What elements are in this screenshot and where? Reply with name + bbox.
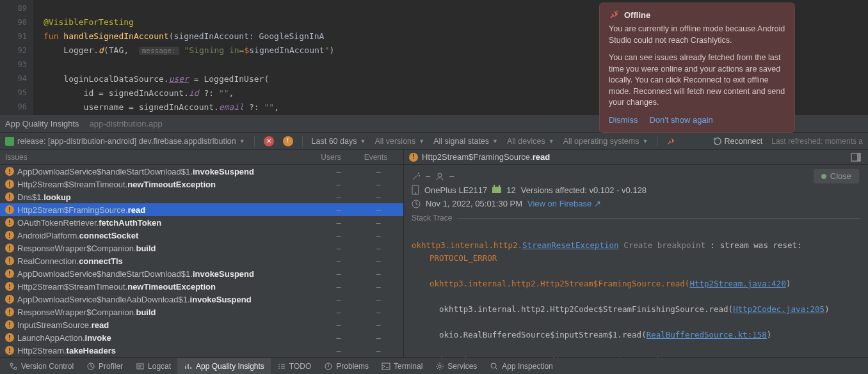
nonfatal-filter-toggle[interactable]: ! xyxy=(283,136,293,146)
offline-body-1: You are currently in offline mode becaus… xyxy=(609,24,785,46)
fatal-filter-toggle[interactable]: ✕ xyxy=(264,136,274,146)
issue-name: Http2Stream$StreamTimeout.newTimeoutExce… xyxy=(17,282,319,292)
status-dot-icon xyxy=(821,174,826,179)
signal-filter[interactable]: All signal states▼ xyxy=(433,137,498,146)
bottom-tab-app-inspection[interactable]: App Inspection xyxy=(483,358,559,374)
module-picker[interactable]: release: [app-distribution-android] dev.… xyxy=(5,137,245,146)
issue-events: – xyxy=(358,192,398,202)
issue-row[interactable]: !AndroidPlatform.connectSocket–– xyxy=(0,229,403,242)
stack-trace-label: Stack Trace xyxy=(412,214,452,222)
device-icon xyxy=(412,185,419,195)
issue-row[interactable]: !OAuthTokenRetriever.fetchAuthToken–– xyxy=(0,216,403,229)
filter-bar: release: [app-distribution-android] dev.… xyxy=(0,133,868,150)
issue-name: RealConnection.connectTls xyxy=(17,256,319,266)
svg-rect-1 xyxy=(857,153,860,161)
issue-row[interactable]: !AppDownloadService$handleStartDownload$… xyxy=(0,267,403,280)
issue-users: – xyxy=(319,256,358,266)
warning-icon: ! xyxy=(5,333,14,342)
svg-point-7 xyxy=(14,367,17,370)
aqi-main: Issues Users Events !AppDownloadService$… xyxy=(0,150,868,357)
issue-row[interactable]: !ResponseWrapper$Companion.build–– xyxy=(0,242,403,254)
issue-users: – xyxy=(319,282,358,292)
svg-point-13 xyxy=(491,363,496,368)
issue-name: AppDownloadService$handleStartDownload$1… xyxy=(17,167,319,176)
offline-dont-show-link[interactable]: Don't show again xyxy=(650,115,713,125)
detail-header: ! Http2Stream$FramingSource.read xyxy=(404,150,868,165)
warning-icon: ! xyxy=(5,269,14,278)
issue-users: – xyxy=(319,167,358,176)
issue-row[interactable]: !AppDownloadService$handleAabDownload$1.… xyxy=(0,293,403,306)
warning-icon: ! xyxy=(5,244,14,253)
bottom-tab-app-quality-insights[interactable]: App Quality Insights xyxy=(177,358,271,374)
svg-point-2 xyxy=(438,173,442,177)
issue-name: OAuthTokenRetriever.fetchAuthToken xyxy=(17,218,319,228)
bottom-tab-profiler[interactable]: Profiler xyxy=(80,358,129,374)
offline-body-2: You can see issues already fetched from … xyxy=(609,52,785,109)
col-users[interactable]: Users xyxy=(309,153,353,162)
offline-title: Offline xyxy=(624,10,650,20)
clock-icon xyxy=(412,199,421,208)
warning-icon: ! xyxy=(5,231,14,240)
view-on-firebase-link[interactable]: View on Firebase ↗ xyxy=(527,199,601,208)
issue-name: Http2Stream$FramingSource.read xyxy=(17,205,319,215)
issue-row[interactable]: !InputStreamSource.read–– xyxy=(0,318,403,331)
svg-point-12 xyxy=(438,365,441,368)
issue-events: – xyxy=(358,180,398,189)
issue-users: – xyxy=(319,320,358,330)
period-filter[interactable]: Last 60 days▼ xyxy=(312,137,366,146)
warning-icon: ! xyxy=(5,308,14,316)
issue-events: – xyxy=(358,218,398,228)
svg-point-4 xyxy=(415,192,416,194)
issue-users: – xyxy=(319,269,358,279)
col-events[interactable]: Events xyxy=(353,153,398,162)
issue-events: – xyxy=(358,320,398,330)
bottom-tab-services[interactable]: Services xyxy=(429,358,483,374)
svg-rect-11 xyxy=(382,363,390,370)
issue-name: Http2Stream$StreamTimeout.newTimeoutExce… xyxy=(17,180,319,189)
warning-icon: ! xyxy=(5,205,14,214)
issue-row[interactable]: !RealConnection.connectTls–– xyxy=(0,254,403,267)
stack-trace[interactable]: okhttp3.internal.http2.StreamResetExcept… xyxy=(412,226,860,357)
warning-icon: ! xyxy=(5,180,14,189)
issue-name: Dns$1.lookup xyxy=(17,192,319,202)
devices-filter[interactable]: All devices▼ xyxy=(507,137,554,146)
issue-list[interactable]: !AppDownloadService$handleStartDownload$… xyxy=(0,165,403,357)
issue-name: ResponseWrapper$Companion.build xyxy=(17,244,319,253)
issue-users: – xyxy=(319,244,358,253)
warning-icon: ! xyxy=(5,192,14,201)
bottom-tool-bar: Version ControlProfilerLogcatApp Quality… xyxy=(0,357,868,374)
issue-users: – xyxy=(319,346,358,355)
offline-dismiss-link[interactable]: Dismiss xyxy=(609,115,638,125)
issue-users: – xyxy=(319,295,358,304)
issue-row[interactable]: !Dns$1.lookup–– xyxy=(0,191,403,203)
issue-row[interactable]: !AppDownloadService$handleStartDownload$… xyxy=(0,165,403,178)
warning-icon: ! xyxy=(5,218,14,227)
issue-name: AppDownloadService$handleAabDownload$1.i… xyxy=(17,295,319,304)
col-issues[interactable]: Issues xyxy=(5,153,309,162)
bottom-tab-version-control[interactable]: Version Control xyxy=(3,358,80,374)
offline-plug-icon xyxy=(609,10,619,20)
svg-point-6 xyxy=(10,363,13,366)
bottom-tab-terminal[interactable]: Terminal xyxy=(375,358,429,374)
os-filter[interactable]: All operating systems▼ xyxy=(563,137,648,146)
issue-users: – xyxy=(319,192,358,202)
reconnect-button[interactable]: Reconnect xyxy=(713,137,763,146)
panel-settings-button[interactable] xyxy=(849,150,863,164)
bottom-tab-problems[interactable]: Problems xyxy=(317,358,375,374)
warning-icon: ! xyxy=(5,346,14,355)
issue-users: – xyxy=(319,231,358,240)
issue-row[interactable]: !Http2Stream$StreamTimeout.newTimeoutExc… xyxy=(0,280,403,293)
issue-row[interactable]: !ResponseWrapper$Companion.build–– xyxy=(0,306,403,318)
bottom-tab-todo[interactable]: TODO xyxy=(271,358,317,374)
issue-row[interactable]: !Http2Stream$FramingSource.read–– xyxy=(0,203,403,216)
issue-users: – xyxy=(319,205,358,215)
issue-row[interactable]: !Http2Stream$StreamTimeout.newTimeoutExc… xyxy=(0,178,403,191)
detail-body[interactable]: Close – – OnePlus LE2117 12 Versions aff… xyxy=(404,165,868,357)
issue-name: Http2Stream.takeHeaders xyxy=(17,346,319,355)
versions-filter[interactable]: All versions▼ xyxy=(374,137,424,146)
issue-row[interactable]: !LaunchAppAction.invoke–– xyxy=(0,331,403,344)
offline-notification: Offline You are currently in offline mod… xyxy=(599,3,795,133)
issue-row[interactable]: !Http2Stream.takeHeaders–– xyxy=(0,344,403,357)
close-issue-button[interactable]: Close xyxy=(814,169,859,183)
bottom-tab-logcat[interactable]: Logcat xyxy=(129,358,177,374)
